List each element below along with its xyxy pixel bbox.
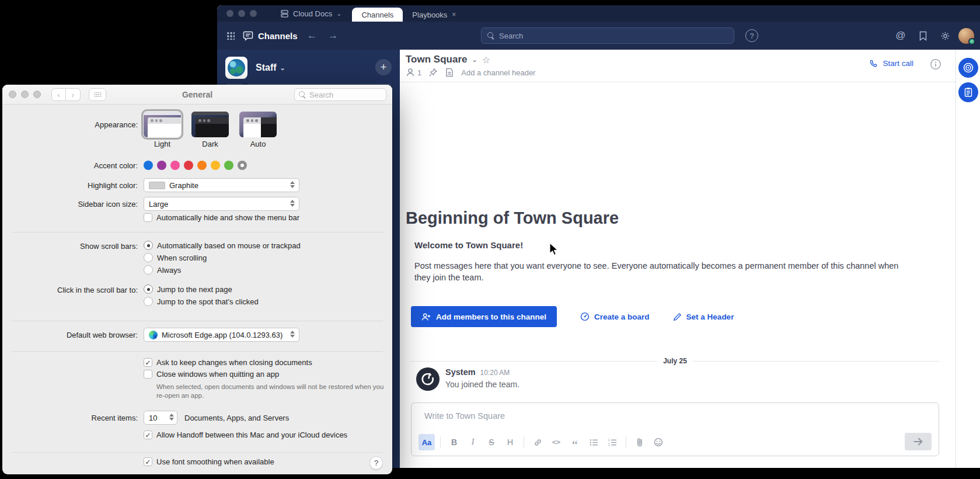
minimize-window-button[interactable] <box>238 10 245 17</box>
add-channel-header-button[interactable]: Add a channel header <box>461 68 535 77</box>
accent-graphite-selected[interactable] <box>238 161 247 170</box>
create-board-button[interactable]: Create a board <box>580 312 650 321</box>
date-divider-label[interactable]: July 25 <box>657 357 693 365</box>
handoff-checkbox[interactable]: ✓ Allow Handoff between this Mac and you… <box>144 431 347 439</box>
auto-theme-thumbnail[interactable] <box>239 112 277 137</box>
accent-red[interactable] <box>184 161 193 170</box>
appearance-label: Appearance: <box>2 112 144 138</box>
message-author[interactable]: System <box>445 367 476 377</box>
radio-unselected[interactable] <box>144 253 153 262</box>
checkbox-unchecked[interactable] <box>144 213 152 222</box>
link-button[interactable] <box>529 434 546 450</box>
checkbox-checked[interactable]: ✓ <box>144 431 152 439</box>
history-back-button[interactable]: ← <box>304 27 321 44</box>
help-button[interactable]: ? <box>369 456 383 470</box>
light-theme-thumbnail[interactable] <box>144 112 181 137</box>
tab-playbooks[interactable]: Playbooks × <box>403 8 465 22</box>
strikethrough-button[interactable]: S <box>483 434 500 450</box>
radio-unselected[interactable] <box>144 297 153 306</box>
help-button[interactable]: ? <box>745 29 758 42</box>
channel-name[interactable]: Town Square <box>406 54 467 65</box>
prefs-search-input[interactable]: Search <box>294 88 386 101</box>
close-windows-checkbox[interactable]: Close windows when quitting an app <box>144 370 279 379</box>
channel-members-button[interactable]: 1 <box>406 68 421 77</box>
scrollbars-auto-radio[interactable]: Automatically based on mouse or trackpad <box>144 241 301 250</box>
scrollbars-always-radio[interactable]: Always <box>144 265 301 275</box>
dark-theme-thumbnail[interactable] <box>191 112 229 137</box>
sidebar-icon-size-select[interactable]: Large <box>144 197 299 211</box>
mentions-button[interactable]: @ <box>892 27 909 44</box>
radio-selected[interactable] <box>144 284 153 294</box>
appearance-option-light[interactable]: Light <box>144 112 181 148</box>
prefs-window-controls[interactable] <box>9 91 41 98</box>
checkbox-checked[interactable]: ✓ <box>144 358 152 367</box>
tab-channels[interactable]: Channels <box>352 8 403 22</box>
close-window-button[interactable] <box>9 91 16 98</box>
start-call-button[interactable]: Start call <box>870 59 913 68</box>
jump-to-spot-radio[interactable]: Jump to the spot that's clicked <box>144 297 259 306</box>
server-selector[interactable]: Cloud Docs ⌄ <box>265 9 352 22</box>
numbered-list-button[interactable]: 1 2 <box>604 434 620 450</box>
zoom-window-button[interactable] <box>33 91 41 98</box>
pinned-posts-icon[interactable] <box>428 68 438 77</box>
recent-items-select[interactable]: 10 <box>144 411 177 425</box>
close-window-button[interactable] <box>226 10 233 17</box>
accent-blue[interactable] <box>144 161 153 170</box>
popup-arrows-icon <box>169 414 174 421</box>
quote-button[interactable]: “ <box>567 434 583 450</box>
checklist-app-button[interactable] <box>958 82 978 102</box>
team-menu[interactable]: Staff ⌄ <box>256 63 285 73</box>
zoom-window-button[interactable] <box>250 10 257 17</box>
show-all-button[interactable] <box>89 88 106 101</box>
radio-selected[interactable] <box>144 241 153 250</box>
highlight-color-select[interactable]: Graphite <box>144 178 299 192</box>
appearance-option-auto[interactable]: Auto <box>239 112 277 148</box>
hide-menubar-checkbox[interactable]: Automatically hide and show the menu bar <box>144 213 299 222</box>
minimize-window-button[interactable] <box>21 91 29 98</box>
channel-files-icon[interactable] <box>445 68 454 77</box>
settings-button[interactable] <box>936 27 954 44</box>
close-tab-icon[interactable]: × <box>452 11 456 19</box>
message-composer[interactable]: Write to Town Square Aa B I S H <box>411 402 939 456</box>
product-menu-button[interactable] <box>222 27 239 44</box>
team-icon[interactable] <box>225 57 247 79</box>
attach-file-button[interactable] <box>632 434 648 450</box>
forward-button[interactable]: › <box>66 88 81 101</box>
checkbox-unchecked[interactable] <box>144 370 152 379</box>
accent-yellow[interactable] <box>211 161 220 170</box>
set-header-button[interactable]: Set a Header <box>673 313 734 321</box>
favorite-star-icon[interactable]: ☆ <box>482 54 490 65</box>
jump-next-page-radio[interactable]: Jump to the next page <box>144 284 259 294</box>
user-avatar[interactable]: ✓ <box>958 28 974 44</box>
appearance-option-dark[interactable]: Dark <box>191 112 229 148</box>
bold-button[interactable]: B <box>446 434 462 450</box>
accent-green[interactable] <box>224 161 233 170</box>
saved-posts-button[interactable] <box>914 27 932 44</box>
text-format-button[interactable]: Aa <box>418 434 435 450</box>
add-channel-button[interactable]: + <box>375 59 392 75</box>
send-message-button[interactable] <box>905 433 932 450</box>
bullet-list-button[interactable] <box>585 434 602 450</box>
back-button[interactable]: ‹ <box>51 88 66 101</box>
add-members-button[interactable]: Add members to this channel <box>411 306 557 327</box>
emoji-button[interactable] <box>650 434 667 450</box>
accent-purple[interactable] <box>157 161 166 170</box>
scrollbars-when-scrolling-radio[interactable]: When scrolling <box>144 253 301 262</box>
window-controls[interactable] <box>217 10 265 22</box>
accent-pink[interactable] <box>170 161 180 170</box>
search-input[interactable]: Search <box>481 27 734 44</box>
accent-orange[interactable] <box>197 161 207 170</box>
heading-button[interactable]: H <box>502 434 518 450</box>
code-button[interactable]: <> <box>548 434 564 450</box>
global-header: Channels ← → Search ? @ <box>217 22 980 50</box>
default-browser-select[interactable]: Microsoft Edge.app (104.0.1293.63) <box>144 328 299 342</box>
checkbox-checked[interactable]: ✓ <box>144 457 152 466</box>
ask-keep-changes-checkbox[interactable]: ✓ Ask to keep changes when closing docum… <box>144 358 312 367</box>
history-forward-button[interactable]: → <box>325 27 342 44</box>
playbooks-app-button[interactable] <box>958 58 978 78</box>
radio-unselected[interactable] <box>144 265 153 275</box>
channel-info-button[interactable] <box>930 58 941 70</box>
font-smoothing-checkbox[interactable]: ✓ Use font smoothing when available <box>144 457 274 466</box>
chevron-down-icon[interactable]: ⌄ <box>472 56 477 64</box>
italic-button[interactable]: I <box>465 434 481 450</box>
